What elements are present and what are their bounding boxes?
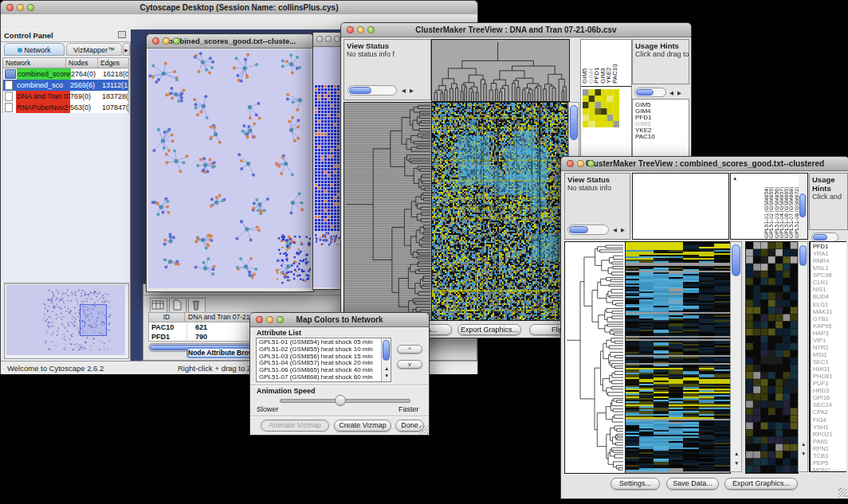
gene-label[interactable]: NIS1 [813, 286, 833, 293]
attribute-item[interactable]: GPL51-07 (GSM868) heat shock 60 min [257, 374, 373, 381]
minimize-button[interactable] [357, 26, 364, 33]
overview-canvas[interactable] [6, 285, 125, 355]
gene-label[interactable]: FIG4 [813, 416, 833, 424]
network-table-row[interactable]: combined_sco2569(6)13112(15) [3, 80, 128, 91]
heatmap-vertical-scrollbar[interactable]: ▲ ▼ [730, 241, 742, 472]
minimize-button[interactable] [266, 316, 273, 323]
scroll-down-icon[interactable]: ▼ [734, 460, 739, 467]
gene-list[interactable]: PFD1YRA1RNR4MSL1SPC98CLN1NIS1BUD4ELG1MAK… [813, 243, 833, 472]
dense-network-canvas[interactable] [313, 47, 343, 287]
scroll-left-icon[interactable]: ◀ [402, 88, 406, 94]
gene-labels[interactable]: GIM5GIM4PFD1GIM3YKE2PAC10 [635, 102, 655, 140]
gene-label[interactable]: MON2 [813, 467, 833, 472]
gene-label[interactable]: SEC24 [813, 401, 833, 408]
gene-label[interactable]: KAP95 [813, 322, 833, 330]
scroll-up-icon[interactable]: ▲ [734, 451, 739, 457]
float-panel-icon[interactable] [118, 31, 126, 38]
zoom-button[interactable] [27, 4, 34, 11]
zoom-button[interactable] [173, 37, 180, 45]
zoom-button[interactable] [334, 36, 340, 42]
gene-label[interactable]: GPI16 [813, 394, 833, 401]
scroll-down-icon[interactable]: ▼ [801, 451, 806, 457]
gene-label[interactable]: HMG1 [813, 365, 833, 373]
gene-label[interactable]: PFD1 [813, 243, 833, 250]
scroll-down-icon[interactable]: ▼ [384, 373, 389, 379]
gene-label[interactable]: CLN1 [813, 279, 833, 286]
heatmap-canvas[interactable] [625, 241, 731, 474]
minimize-button[interactable] [163, 37, 170, 45]
view-status-scrollbar[interactable] [567, 225, 609, 235]
resize-grip[interactable] [838, 488, 847, 497]
zoom-heatmap-canvas[interactable] [745, 241, 799, 474]
attribute-list-scrollbar[interactable]: ▲ ▼ [381, 338, 391, 381]
gene-label[interactable]: PUF3 [813, 380, 833, 387]
zoom-heatmap-yellow[interactable] [583, 89, 619, 127]
gene-label[interactable]: ELG1 [813, 301, 833, 308]
gene-label[interactable]: NTR2 [813, 344, 833, 351]
network-table-row[interactable]: combined_scores_2764(0)16218(0) [3, 68, 128, 80]
attribute-list[interactable]: GPL51-01 (GSM854) heat shock 05 minGPL51… [256, 338, 391, 382]
scroll-right-icon[interactable]: ▶ [410, 88, 414, 94]
node-attribute-browser-button[interactable]: Node Attribute Brows [186, 347, 258, 358]
gene-label[interactable]: BUD4 [813, 293, 833, 300]
scroll-up-icon[interactable]: ▲ [801, 441, 806, 447]
gene-label[interactable]: HRD3 [813, 387, 833, 394]
col-header-id[interactable]: ID [149, 313, 185, 322]
gene-label[interactable]: TCB3 [813, 452, 833, 459]
network-canvas[interactable] [148, 49, 311, 288]
treeview2-title-bar[interactable]: ClusterMaker TreeView : combined_scores_… [561, 157, 848, 171]
label-scrollbar[interactable] [799, 174, 807, 239]
move-up-button[interactable]: ^ [397, 345, 422, 354]
network-table-row[interactable]: RNAPuberNov2+1563(0)107847(0) [3, 102, 128, 113]
minimize-button[interactable] [577, 160, 584, 167]
gene-label[interactable]: PEP5 [813, 459, 833, 467]
heatmap-canvas[interactable] [431, 102, 570, 321]
usage-hints-scrollbar[interactable] [634, 88, 666, 97]
resize-grip[interactable] [419, 425, 428, 434]
column-dendrogram-area[interactable] [632, 173, 729, 240]
zoom-button[interactable] [587, 160, 595, 167]
settings-button[interactable]: Settings... [610, 478, 660, 490]
table-icon[interactable] [150, 298, 167, 314]
minimize-button[interactable] [17, 4, 24, 11]
scroll-up-icon[interactable]: ▲ [384, 365, 389, 372]
save-data-button[interactable]: Save Data... [666, 478, 719, 490]
gene-label[interactable]: PAC10 [635, 134, 655, 140]
gene-label[interactable]: RPN1 [813, 445, 833, 452]
dialog-title-bar[interactable]: Map Colors to Network [250, 313, 429, 327]
scroll-left-icon[interactable]: ◀ [669, 90, 673, 96]
gene-label[interactable]: MSL1 [813, 264, 833, 272]
gene-label[interactable]: SPC98 [813, 272, 833, 279]
treeview1-title-bar[interactable]: ClusterMaker TreeView : DNA and Tran 07-… [341, 23, 691, 37]
minimize-button[interactable] [325, 36, 332, 42]
gene-label[interactable]: CPA2 [813, 408, 833, 416]
row-dendrogram[interactable] [564, 241, 626, 474]
close-button[interactable] [256, 316, 263, 323]
close-button[interactable] [567, 160, 574, 167]
row-dendrogram[interactable] [344, 102, 433, 321]
gene-label[interactable]: MSI1 [813, 351, 833, 358]
cytoscape-title-bar[interactable]: Cytoscape Desktop (Session Name: collins… [1, 1, 477, 15]
gene-label[interactable]: RNR4 [813, 257, 833, 264]
gene-label[interactable]: PAN1 [813, 438, 833, 445]
speed-slider-thumb[interactable] [335, 395, 346, 406]
tab-overflow-arrow[interactable]: ▶ [123, 43, 130, 56]
birdseye-overview[interactable] [4, 283, 129, 359]
column-dendrogram[interactable] [431, 39, 570, 102]
zoom-button[interactable] [367, 26, 375, 33]
gene-label[interactable]: VIP1 [813, 337, 833, 344]
gene-label[interactable]: SEC1 [813, 358, 833, 365]
gene-label[interactable]: MAK31 [813, 308, 833, 315]
close-button[interactable] [152, 37, 159, 45]
trash-icon[interactable] [188, 298, 206, 314]
gene-label[interactable]: YRA1 [813, 250, 833, 257]
gene-label[interactable]: PHO81 [813, 373, 833, 380]
gene-label[interactable]: YSH1 [813, 424, 833, 431]
view-status-scrollbar[interactable] [347, 85, 397, 96]
gene-list-scrollbar[interactable]: ▲ ▼ [798, 241, 808, 472]
gene-label[interactable]: GTB1 [813, 315, 833, 322]
close-button[interactable] [6, 4, 14, 11]
export-graphics-button[interactable]: Export Graphics... [457, 324, 521, 335]
scroll-right-icon[interactable]: ▶ [677, 90, 681, 96]
gene-label[interactable]: RPO21 [813, 431, 833, 438]
